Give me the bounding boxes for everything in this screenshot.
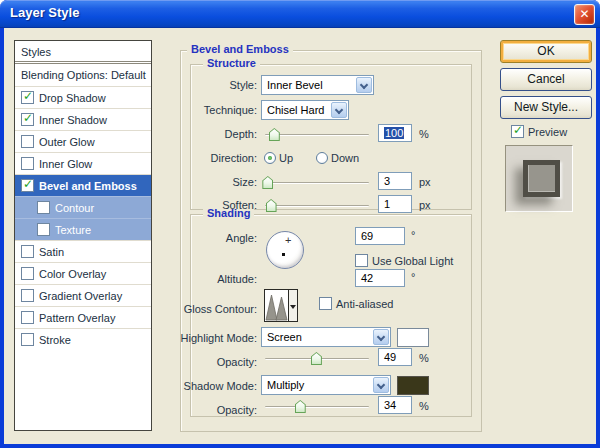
slider-track[interactable] bbox=[265, 406, 369, 408]
angle-input[interactable]: 69 bbox=[355, 227, 405, 245]
size-unit: px bbox=[419, 176, 431, 188]
styles-list: Styles Blending Options: DefaultDrop Sha… bbox=[14, 40, 152, 431]
highlight-opacity-input[interactable]: 49 bbox=[378, 348, 412, 366]
use-global-light-checkbox[interactable] bbox=[355, 254, 368, 267]
style-list-item-satin[interactable]: Satin bbox=[15, 240, 151, 262]
depth-input[interactable]: 100 bbox=[378, 124, 412, 142]
panel-title: Bevel and Emboss bbox=[187, 43, 293, 55]
style-list-item-drop-shadow[interactable]: Drop Shadow bbox=[15, 86, 151, 108]
shadow-mode-value: Multiply bbox=[267, 379, 304, 391]
depth-unit: % bbox=[419, 128, 429, 140]
highlight-color-swatch[interactable] bbox=[397, 328, 429, 347]
style-enabled-checkbox[interactable] bbox=[21, 91, 34, 104]
style-enabled-checkbox[interactable] bbox=[21, 157, 34, 170]
soften-unit: px bbox=[419, 199, 431, 211]
chevron-down-icon[interactable] bbox=[331, 102, 347, 118]
slider-track[interactable] bbox=[265, 182, 369, 184]
style-enabled-checkbox[interactable] bbox=[37, 223, 50, 236]
direction-up-radio[interactable] bbox=[264, 152, 276, 164]
highlight-mode-select[interactable]: Screen bbox=[261, 327, 391, 347]
style-enabled-checkbox[interactable] bbox=[21, 179, 34, 192]
highlight-mode-value: Screen bbox=[267, 331, 302, 343]
preview-checkbox[interactable] bbox=[511, 125, 524, 138]
cancel-button[interactable]: Cancel bbox=[500, 68, 592, 91]
altitude-label: Altitude: bbox=[217, 273, 257, 285]
contour-thumbnail-icon bbox=[265, 290, 288, 321]
angle-unit: ° bbox=[411, 229, 415, 241]
style-list-item-gradient-overlay[interactable]: Gradient Overlay bbox=[15, 284, 151, 306]
slider-track[interactable] bbox=[265, 134, 369, 136]
gloss-contour-label: Gloss Contour: bbox=[184, 303, 257, 315]
slider-track[interactable] bbox=[265, 205, 369, 207]
shadow-opacity-input[interactable]: 34 bbox=[378, 396, 412, 414]
angle-center-dot bbox=[282, 253, 285, 256]
style-list-item-texture[interactable]: Texture bbox=[15, 218, 151, 240]
chevron-down-icon[interactable] bbox=[356, 77, 372, 93]
style-enabled-checkbox[interactable] bbox=[21, 135, 34, 148]
angle-label: Angle: bbox=[226, 232, 257, 244]
dialog-title: Layer Style bbox=[10, 5, 79, 20]
style-list-item-outer-glow[interactable]: Outer Glow bbox=[15, 130, 151, 152]
style-label: Style: bbox=[229, 79, 257, 91]
size-slider[interactable] bbox=[263, 175, 371, 190]
style-enabled-checkbox[interactable] bbox=[21, 267, 34, 280]
slider-thumb[interactable] bbox=[295, 400, 306, 413]
shadow-opacity-slider[interactable] bbox=[263, 399, 371, 414]
style-enabled-checkbox[interactable] bbox=[21, 311, 34, 324]
ok-button[interactable]: OK bbox=[500, 40, 592, 63]
style-list-item-inner-glow[interactable]: Inner Glow bbox=[15, 152, 151, 174]
altitude-input[interactable]: 42 bbox=[355, 269, 405, 287]
style-enabled-checkbox[interactable] bbox=[21, 333, 34, 346]
size-input[interactable]: 3 bbox=[378, 172, 412, 190]
gloss-contour-picker[interactable] bbox=[264, 289, 298, 322]
style-list-item-contour[interactable]: Contour bbox=[15, 196, 151, 218]
anti-aliased-checkbox[interactable] bbox=[319, 297, 332, 310]
technique-label: Technique: bbox=[204, 104, 257, 116]
structure-group-title: Structure bbox=[203, 57, 260, 69]
slider-thumb[interactable] bbox=[311, 352, 322, 365]
depth-label: Depth: bbox=[225, 128, 257, 140]
style-list-item-color-overlay[interactable]: Color Overlay bbox=[15, 262, 151, 284]
style-enabled-checkbox[interactable] bbox=[21, 289, 34, 302]
style-list-item-pattern-overlay[interactable]: Pattern Overlay bbox=[15, 306, 151, 328]
shadow-mode-select[interactable]: Multiply bbox=[261, 375, 391, 395]
style-list-item-bevel-and-emboss[interactable]: Bevel and Emboss bbox=[15, 174, 151, 196]
direction-down-radio[interactable] bbox=[316, 152, 328, 164]
style-item-label: Stroke bbox=[39, 334, 71, 346]
style-select[interactable]: Inner Bevel bbox=[261, 75, 374, 95]
chevron-down-icon[interactable] bbox=[373, 377, 389, 393]
style-item-label: Color Overlay bbox=[39, 268, 106, 280]
close-icon: ✕ bbox=[579, 7, 589, 21]
size-label: Size: bbox=[233, 176, 257, 188]
style-list-item-blending-options-default[interactable]: Blending Options: Default bbox=[15, 64, 151, 86]
titlebar[interactable]: Layer Style ✕ bbox=[0, 0, 600, 28]
style-item-label: Outer Glow bbox=[39, 136, 95, 148]
shadow-mode-label: Shadow Mode: bbox=[184, 380, 257, 392]
highlight-opacity-label: Opacity: bbox=[217, 356, 257, 368]
depth-slider[interactable] bbox=[263, 127, 371, 142]
chevron-down-icon[interactable] bbox=[373, 329, 389, 345]
direction-label: Direction: bbox=[211, 152, 257, 164]
style-enabled-checkbox[interactable] bbox=[37, 201, 50, 214]
slider-thumb[interactable] bbox=[266, 199, 277, 212]
close-button[interactable]: ✕ bbox=[574, 4, 595, 25]
soften-slider[interactable] bbox=[263, 198, 371, 213]
new-style-button[interactable]: New Style... bbox=[500, 96, 592, 119]
style-enabled-checkbox[interactable] bbox=[21, 113, 34, 126]
technique-select-value: Chisel Hard bbox=[267, 104, 324, 116]
contour-dropdown-strip[interactable] bbox=[288, 290, 297, 321]
style-item-label: Inner Glow bbox=[39, 158, 92, 170]
anti-aliased-label: Anti-aliased bbox=[336, 298, 393, 310]
shadow-color-swatch[interactable] bbox=[397, 376, 429, 395]
highlight-opacity-slider[interactable] bbox=[263, 351, 371, 366]
slider-thumb[interactable] bbox=[269, 128, 280, 141]
angle-dial[interactable]: + bbox=[266, 231, 304, 269]
styles-list-header: Styles bbox=[15, 41, 151, 64]
slider-thumb[interactable] bbox=[262, 176, 273, 189]
altitude-unit: ° bbox=[411, 271, 415, 283]
style-list-item-stroke[interactable]: Stroke bbox=[15, 328, 151, 350]
style-list-item-inner-shadow[interactable]: Inner Shadow bbox=[15, 108, 151, 130]
technique-select[interactable]: Chisel Hard bbox=[261, 100, 349, 120]
style-enabled-checkbox[interactable] bbox=[21, 245, 34, 258]
soften-input[interactable]: 1 bbox=[378, 195, 412, 213]
